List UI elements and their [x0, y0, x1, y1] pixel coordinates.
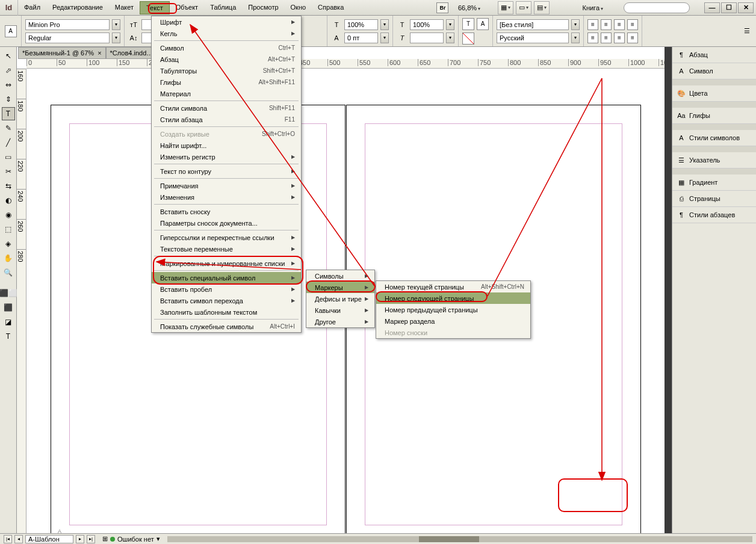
align-button-2[interactable]: ≡ — [614, 19, 625, 30]
menu-item[interactable]: Другое — [306, 316, 374, 327]
menu-item[interactable]: Изменить регистр — [152, 151, 301, 162]
scale-x-dd[interactable]: ▾ — [380, 19, 389, 30]
menu-item[interactable]: Изменения — [152, 191, 301, 203]
menu-item[interactable]: Показать служебные символыAlt+Ctrl+I — [152, 321, 301, 332]
menu-item[interactable]: Стили символаShift+F11 — [152, 102, 301, 114]
menu-файл[interactable]: Файл — [18, 1, 46, 14]
panel-Указатель[interactable]: ☰Указатель — [672, 152, 756, 168]
fill-color-icon[interactable]: A — [477, 18, 489, 30]
next-page-button[interactable]: ▸ — [76, 535, 84, 543]
menu-объект[interactable]: Объект — [170, 1, 204, 14]
menu-item[interactable]: Вставить символ перехода — [152, 295, 301, 306]
panel-Градиент[interactable]: ▦Градиент — [672, 175, 756, 191]
preflight-status-text[interactable]: Ошибок нет — [117, 536, 154, 543]
panel-dock-strip[interactable] — [665, 47, 672, 533]
first-page-button[interactable]: |◂ — [4, 535, 12, 543]
bridge-icon[interactable]: Br — [436, 2, 448, 13]
align-button-7[interactable]: ≡ — [627, 32, 638, 43]
menu-item[interactable]: Кавычки — [306, 304, 374, 316]
menu-item[interactable]: Вставить пробел — [152, 283, 301, 295]
swatch-tool[interactable]: ⬛⬜ — [2, 286, 15, 300]
menu-item[interactable]: Маркеры — [306, 282, 374, 293]
menu-окно[interactable]: Окно — [285, 1, 312, 14]
menu-item[interactable]: Текстовые переменные — [152, 243, 301, 255]
panel-Стили символов[interactable]: AСтили символов — [672, 130, 756, 146]
view-mode-button[interactable]: ▦ — [498, 1, 513, 14]
font-style-field[interactable]: Regular — [25, 32, 110, 43]
screen-mode-button[interactable]: ▭ — [516, 1, 531, 14]
preflight-dropdown[interactable]: ▾ — [156, 535, 160, 543]
tool-10[interactable]: ◐ — [2, 194, 15, 207]
menu-item[interactable]: Маркированные и нумерованные списки — [152, 258, 301, 269]
skew-field[interactable] — [410, 32, 444, 43]
align-button-6[interactable]: ≡ — [614, 32, 625, 43]
align-button-5[interactable]: ≡ — [601, 32, 612, 43]
search-input[interactable] — [624, 2, 690, 13]
menu-item[interactable]: Стили абзацаF11 — [152, 114, 301, 125]
tool-6[interactable]: ╱ — [2, 136, 15, 149]
menu-item[interactable]: Заполнить шаблонным текстом — [152, 306, 301, 318]
align-button-0[interactable]: ≡ — [587, 19, 598, 30]
menu-текст[interactable]: Текст — [140, 1, 170, 14]
prev-page-button[interactable]: ◂ — [14, 535, 23, 543]
menu-item[interactable]: Дефисы и тире — [306, 293, 374, 304]
menu-item[interactable]: Шрифт — [152, 16, 301, 28]
menu-item[interactable]: Текст по контуру — [152, 165, 301, 177]
tool-4[interactable]: T — [2, 107, 15, 120]
para-style-dd[interactable]: ▾ — [571, 19, 580, 30]
paragraph-mode-icon[interactable]: A — [5, 25, 17, 37]
skew-dd[interactable]: ▾ — [446, 32, 454, 43]
menu-item[interactable]: СимволCtrl+T — [152, 42, 301, 54]
document-tab[interactable]: *Безымянный-1 @ 67%× — [18, 47, 106, 59]
menu-item[interactable]: Номер следующей страницы — [376, 292, 530, 304]
tool-2[interactable]: ⇔ — [2, 78, 15, 91]
char-style-icon[interactable]: T — [462, 18, 474, 30]
language-dd[interactable]: ▾ — [571, 32, 580, 43]
panel-Цвета[interactable]: 🎨Цвета — [672, 85, 756, 102]
scrollbar-thumb[interactable] — [419, 536, 479, 542]
menu-item[interactable]: Кегль — [152, 28, 301, 39]
no-fill-icon[interactable] — [462, 32, 474, 45]
menu-item[interactable]: Номер предыдущей страницы — [376, 304, 530, 315]
menu-справка[interactable]: Справка — [312, 1, 350, 14]
scale-y-field[interactable]: 100% — [410, 19, 444, 30]
tool-5[interactable]: ✎ — [2, 122, 15, 135]
scale-y-dd[interactable]: ▾ — [446, 19, 454, 30]
align-button-3[interactable]: ≡ — [627, 19, 638, 30]
scale-x-field[interactable]: 100% — [344, 19, 378, 30]
menu-item[interactable]: Маркер раздела — [376, 315, 530, 327]
panel-Страницы[interactable]: ⎙Страницы — [672, 191, 756, 207]
menu-item[interactable]: АбзацAlt+Ctrl+T — [152, 54, 301, 65]
font-family-dropdown[interactable]: ▾ — [112, 19, 120, 30]
panel-Стили абзацев[interactable]: ¶Стили абзацев — [672, 207, 756, 223]
tool-0[interactable]: ↖ — [2, 49, 15, 63]
tool-11[interactable]: ◉ — [2, 208, 15, 221]
menu-item[interactable]: Гиперссылки и перекрестные ссылки — [152, 232, 301, 243]
swatch-tool[interactable]: T — [2, 330, 15, 343]
para-style-field[interactable]: [Без стиля] — [497, 19, 569, 30]
menu-item[interactable]: Параметры сносок документа... — [152, 217, 301, 229]
workspace-switcher[interactable]: Книга — [578, 3, 607, 13]
page-navigator-field[interactable]: A-Шаблон — [25, 535, 73, 543]
last-page-button[interactable]: ▸| — [87, 535, 95, 543]
menu-item[interactable]: Символы — [306, 270, 374, 282]
status-open-icon[interactable]: ⊞ — [102, 535, 108, 543]
tool-14[interactable]: ✋ — [2, 252, 15, 265]
menu-item[interactable]: Примечания — [152, 180, 301, 191]
menu-item[interactable]: Номер текущей страницыAlt+Shift+Ctrl+N — [376, 281, 530, 292]
menu-таблица[interactable]: Таблица — [204, 1, 242, 14]
zoom-level[interactable]: 66,8% — [451, 3, 487, 13]
tool-12[interactable]: ⬚ — [2, 223, 15, 236]
arrange-button[interactable]: ▤ — [534, 1, 550, 14]
menu-item[interactable]: ТабуляторыShift+Ctrl+T — [152, 65, 301, 76]
minimize-button[interactable]: — — [704, 2, 720, 13]
tool-15[interactable]: 🔍 — [2, 266, 15, 279]
panel-Глифы[interactable]: AaГлифы — [672, 108, 756, 124]
menu-редактирование[interactable]: Редактирование — [46, 1, 109, 14]
menu-макет[interactable]: Макет — [109, 1, 140, 14]
tool-13[interactable]: ◈ — [2, 237, 15, 250]
menu-просмотр[interactable]: Просмотр — [242, 1, 284, 14]
panel-menu-icon[interactable]: ☰ — [742, 26, 752, 37]
menu-item[interactable]: Материал — [152, 88, 301, 99]
menu-item[interactable]: Вставить специальный символ — [152, 272, 301, 283]
